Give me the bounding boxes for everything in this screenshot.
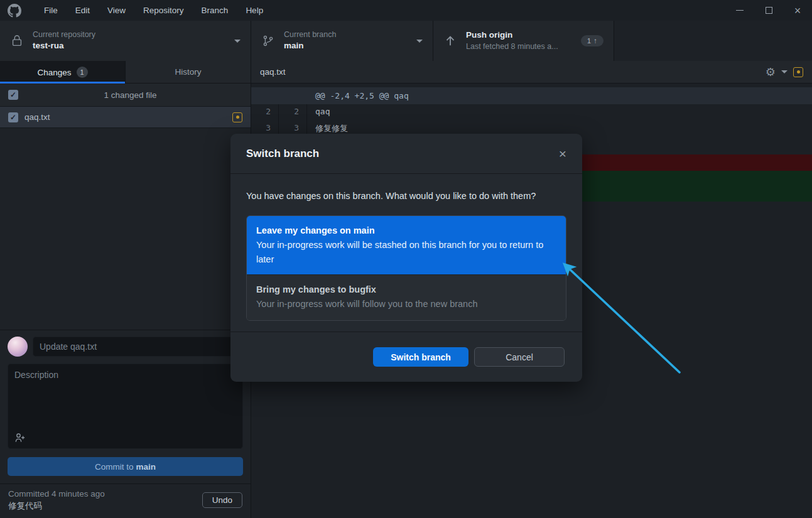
close-icon[interactable]: × <box>559 147 566 160</box>
dialog-header: Switch branch × <box>230 134 582 174</box>
menu-branch[interactable]: Branch <box>193 0 237 21</box>
diff-line-text: qaq <box>307 104 330 121</box>
undo-button[interactable]: Undo <box>202 492 242 508</box>
switch-branch-dialog: Switch branch × You have changes on this… <box>230 134 582 382</box>
dialog-body: You have changes on this branch. What wo… <box>230 174 582 321</box>
select-all-checkbox[interactable]: ✓ <box>8 90 18 100</box>
chevron-down-icon <box>234 40 241 43</box>
branch-icon <box>261 34 275 48</box>
avatar <box>8 337 28 357</box>
option-description: Your in-progress work will be stashed on… <box>256 238 556 267</box>
current-repository-label: Current repository <box>33 30 95 40</box>
maximize-icon <box>766 7 772 14</box>
toolbar: Current repository test-rua Current bran… <box>0 21 812 61</box>
undo-commit-bar: Committed 4 minutes ago 修复代码 Undo <box>0 483 251 518</box>
chevron-down-icon <box>416 40 423 43</box>
file-name: qaq.txt <box>24 112 50 122</box>
modified-file-icon <box>232 112 242 122</box>
sidebar-tabs: Changes 1 History <box>0 61 251 84</box>
ahead-count: 1 <box>587 37 591 45</box>
diff-header: qaq.txt ⚙ <box>251 61 812 84</box>
gear-icon[interactable]: ⚙ <box>766 67 776 78</box>
toolbar-empty-area <box>614 21 812 61</box>
window-controls: × <box>725 0 812 21</box>
current-branch-name: main <box>284 41 336 51</box>
ahead-commits-badge: 1 ↑ <box>581 35 604 46</box>
chevron-down-icon[interactable] <box>781 70 788 73</box>
menu-file[interactable]: File <box>35 0 67 21</box>
menu-bar: File Edit View Repository Branch Help × <box>0 0 812 21</box>
tab-changes[interactable]: Changes 1 <box>0 61 125 84</box>
changed-files-header: ✓ 1 changed file <box>0 84 251 107</box>
commit-form: Commit to main <box>0 330 251 483</box>
switch-branch-button[interactable]: Switch branch <box>373 347 468 367</box>
lock-icon <box>10 34 24 48</box>
current-branch-button[interactable]: Current branch main <box>251 21 433 61</box>
changed-files-count: 1 changed file <box>18 90 242 100</box>
menu-view[interactable]: View <box>99 0 134 21</box>
diff-body: @@ -2,4 +2,5 @@ qaq 2 2 qaq 3 3 修复修复 <box>251 84 812 137</box>
cancel-button[interactable]: Cancel <box>474 347 565 367</box>
commit-button[interactable]: Commit to main <box>8 457 243 476</box>
dialog-question-text: You have changes on this branch. What wo… <box>246 191 566 201</box>
file-row-qaq[interactable]: ✓ qaq.txt <box>0 107 251 128</box>
menu-repository[interactable]: Repository <box>134 0 193 21</box>
arrow-up-icon <box>443 34 457 48</box>
last-fetched-text: Last fetched 8 minutes a... <box>466 42 558 52</box>
diff-hunk-header: @@ -2,4 +2,5 @@ qaq <box>251 87 812 104</box>
minimize-icon <box>736 10 744 11</box>
arrow-up-icon: ↑ <box>593 37 597 45</box>
dialog-footer: Switch branch Cancel <box>230 332 582 382</box>
old-line-number: 2 <box>251 104 279 121</box>
commit-button-prefix: Commit to <box>95 462 136 472</box>
current-repository-name: test-rua <box>33 41 95 51</box>
add-coauthor-icon[interactable] <box>14 431 26 444</box>
dialog-title: Switch branch <box>246 148 319 160</box>
current-repository-button[interactable]: Current repository test-rua <box>0 21 251 61</box>
current-branch-label: Current branch <box>284 30 336 40</box>
option-title: Leave my changes on main <box>256 224 556 238</box>
push-origin-title: Push origin <box>466 30 558 41</box>
commit-summary-input[interactable] <box>33 337 243 357</box>
maximize-button[interactable] <box>754 0 783 21</box>
push-origin-button[interactable]: Push origin Last fetched 8 minutes a... … <box>433 21 614 61</box>
diff-line[interactable]: 2 2 qaq <box>251 104 812 121</box>
github-desktop-window: File Edit View Repository Branch Help × … <box>0 0 812 518</box>
option-bring-changes[interactable]: Bring my changes to bugfix Your in-progr… <box>247 274 566 320</box>
close-window-button[interactable]: × <box>783 0 812 21</box>
stash-options-group: Leave my changes on main Your in-progres… <box>246 215 566 321</box>
commit-button-branch: main <box>136 462 156 472</box>
tab-changes-label: Changes <box>37 68 71 77</box>
github-logo-icon <box>8 4 21 18</box>
changes-count-badge: 1 <box>77 67 88 78</box>
commit-description-box <box>8 364 243 449</box>
option-description: Your in-progress work will follow you to… <box>256 297 556 311</box>
option-title: Bring my changes to bugfix <box>256 283 556 297</box>
minimize-button[interactable] <box>725 0 754 21</box>
changes-sidebar: Changes 1 History ✓ 1 changed file ✓ qaq… <box>0 61 251 518</box>
diff-file-title: qaq.txt <box>260 67 286 77</box>
menu-edit[interactable]: Edit <box>67 0 99 21</box>
option-leave-changes[interactable]: Leave my changes on main Your in-progres… <box>247 216 566 274</box>
commit-description-input[interactable] <box>8 364 242 448</box>
diff-hunk-text: @@ -2,4 +2,5 @@ qaq <box>315 91 409 100</box>
tab-history[interactable]: History <box>125 61 251 84</box>
modified-file-icon <box>793 67 803 77</box>
file-checkbox[interactable]: ✓ <box>8 112 18 122</box>
menu-help[interactable]: Help <box>237 0 272 21</box>
new-line-number: 2 <box>279 104 307 121</box>
tab-history-label: History <box>175 67 201 77</box>
